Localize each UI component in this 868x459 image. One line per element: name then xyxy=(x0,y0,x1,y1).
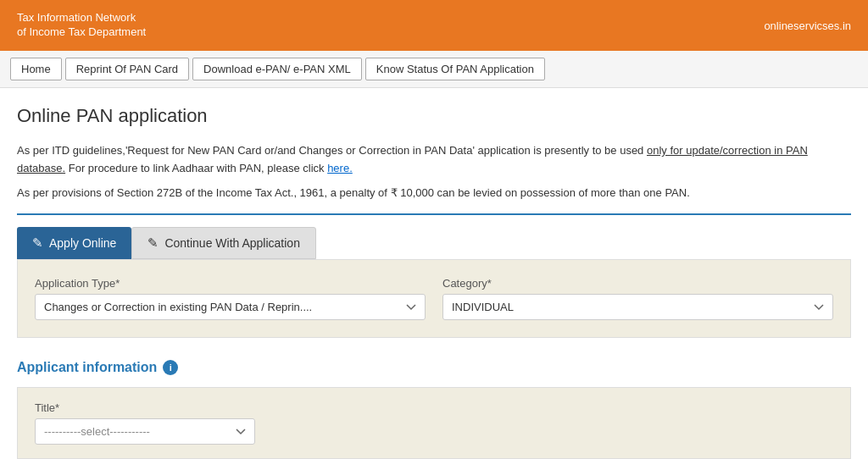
tab-continue-application[interactable]: ✎ Continue With Application xyxy=(131,227,316,259)
main-content: Online PAN application As per ITD guidel… xyxy=(0,88,868,346)
header-title: Tax Information Network of Income Tax De… xyxy=(17,11,146,40)
form-row-type-category: Application Type* Changes or Correction … xyxy=(35,277,833,320)
info-para1-post: For procedure to link Aadhaar with PAN, … xyxy=(65,162,327,174)
nav-home[interactable]: Home xyxy=(10,58,62,80)
title-form-section: Title* ----------select----------- Shri … xyxy=(17,387,851,459)
section-divider xyxy=(17,213,851,215)
applicant-section: Applicant information i Title* ---------… xyxy=(0,346,868,459)
header-title-line1: Tax Information Network xyxy=(17,11,146,25)
tab-continue-label: Continue With Application xyxy=(164,236,300,250)
category-select[interactable]: INDIVIDUAL HUF FIRM COMPANY TRUST AOP/BO… xyxy=(442,294,833,320)
application-type-label: Application Type* xyxy=(35,277,426,290)
continue-icon: ✎ xyxy=(147,235,159,251)
title-select[interactable]: ----------select----------- Shri Smt Kum… xyxy=(35,418,255,445)
tabs-container: ✎ Apply Online ✎ Continue With Applicati… xyxy=(17,227,851,259)
application-form-section: Application Type* Changes or Correction … xyxy=(17,259,851,338)
tab-apply-online[interactable]: ✎ Apply Online xyxy=(17,227,131,259)
application-type-group: Application Type* Changes or Correction … xyxy=(35,277,426,320)
applicant-info-header: Applicant information i xyxy=(17,360,851,375)
info-paragraph-1: As per ITD guidelines,'Request for New P… xyxy=(17,142,851,178)
category-label: Category* xyxy=(442,277,833,290)
nav-reprint[interactable]: Reprint Of PAN Card xyxy=(65,58,189,80)
category-group: Category* INDIVIDUAL HUF FIRM COMPANY TR… xyxy=(442,277,833,320)
nav-download[interactable]: Download e-PAN/ e-PAN XML xyxy=(192,58,362,80)
application-type-select[interactable]: Changes or Correction in existing PAN Da… xyxy=(35,294,426,320)
applicant-info-icon[interactable]: i xyxy=(163,360,178,375)
header-title-line2: of Income Tax Department xyxy=(17,25,146,40)
apply-icon: ✎ xyxy=(32,235,43,251)
nav-bar: Home Reprint Of PAN Card Download e-PAN/… xyxy=(0,51,868,88)
page-title: Online PAN application xyxy=(17,105,851,127)
title-field-label: Title* xyxy=(35,401,833,414)
nav-status[interactable]: Know Status Of PAN Application xyxy=(365,58,545,80)
header-domain: onlineservicses.in xyxy=(764,19,851,32)
applicant-info-title: Applicant information xyxy=(17,360,157,375)
info-para1-pre: As per ITD guidelines,'Request for New P… xyxy=(17,144,647,157)
header: Tax Information Network of Income Tax De… xyxy=(0,0,868,51)
info-paragraph-2: As per provisions of Section 272B of the… xyxy=(17,185,851,202)
tab-apply-label: Apply Online xyxy=(49,236,116,250)
here-link[interactable]: here. xyxy=(327,162,353,174)
